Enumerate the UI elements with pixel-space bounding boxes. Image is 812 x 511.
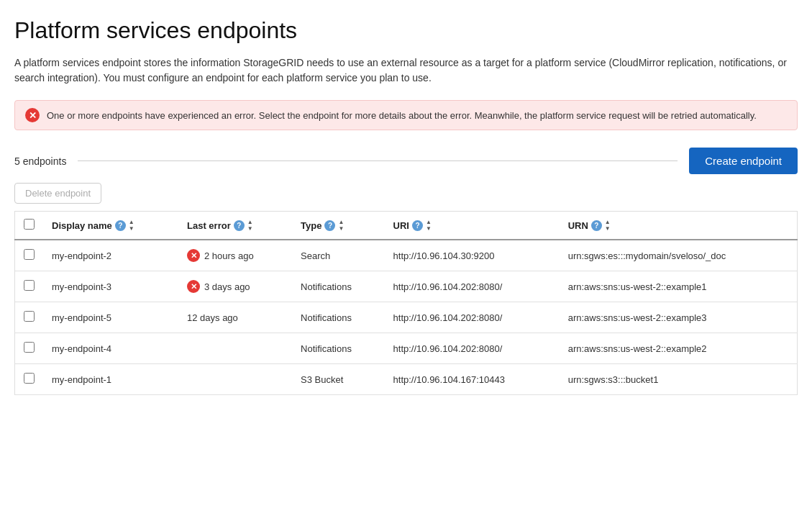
row-last-error: ✕2 hours ago bbox=[178, 240, 292, 271]
divider bbox=[78, 160, 678, 161]
endpoint-count: 5 endpoints bbox=[14, 155, 66, 167]
row-checkbox-cell[interactable] bbox=[15, 302, 44, 333]
svg-text:✕: ✕ bbox=[29, 110, 37, 121]
row-checkbox-cell[interactable] bbox=[15, 364, 44, 395]
col-display-name-label: Display name bbox=[52, 220, 112, 231]
row-last-error bbox=[178, 333, 292, 364]
col-last-error-label: Last error bbox=[187, 220, 231, 231]
row-type: Notifications bbox=[292, 302, 384, 333]
col-urn: URN ? ▲▼ bbox=[560, 212, 798, 240]
type-sort[interactable]: ▲▼ bbox=[338, 220, 344, 232]
row-checkbox-cell[interactable] bbox=[15, 333, 44, 364]
page-title: Platform services endpoints bbox=[14, 17, 798, 44]
select-all-checkbox[interactable] bbox=[24, 219, 35, 230]
col-uri: URI ? ▲▼ bbox=[385, 212, 560, 240]
last-error-text: 2 hours ago bbox=[204, 250, 254, 261]
endpoints-table: Display name ? ▲▼ Last error ? ▲▼ bbox=[14, 211, 798, 395]
toolbar: 5 endpoints Create endpoint bbox=[14, 148, 798, 174]
row-uri: http://10.96.104.30:9200 bbox=[385, 240, 560, 271]
delete-endpoint-button[interactable]: Delete endpoint bbox=[14, 183, 101, 204]
last-error-help-icon[interactable]: ? bbox=[234, 220, 245, 231]
last-error-text: 12 days ago bbox=[187, 312, 238, 323]
row-checkbox-cell[interactable] bbox=[15, 240, 44, 271]
col-last-error: Last error ? ▲▼ bbox=[178, 212, 292, 240]
row-urn: arn:aws:sns:us-west-2::example3 bbox=[560, 302, 798, 333]
row-urn: urn:sgws:es:::mydomain/sveloso/_doc bbox=[560, 240, 798, 271]
row-display-name: my-endpoint-3 bbox=[43, 271, 178, 302]
row-display-name: my-endpoint-5 bbox=[43, 302, 178, 333]
row-display-name: my-endpoint-1 bbox=[43, 364, 178, 395]
row-checkbox[interactable] bbox=[24, 280, 35, 291]
error-banner-text: One or more endpoints have experienced a… bbox=[47, 110, 757, 121]
error-icon: ✕ bbox=[25, 108, 40, 122]
select-all-cell[interactable] bbox=[15, 212, 44, 240]
row-checkbox[interactable] bbox=[24, 311, 35, 322]
display-name-sort[interactable]: ▲▼ bbox=[129, 220, 134, 232]
table-row[interactable]: my-endpoint-1S3 Buckethttp://10.96.104.1… bbox=[15, 364, 798, 395]
page-description: A platform services endpoint stores the … bbox=[14, 55, 798, 86]
row-type: S3 Bucket bbox=[292, 364, 384, 395]
last-error-sort[interactable]: ▲▼ bbox=[247, 220, 253, 232]
col-display-name: Display name ? ▲▼ bbox=[43, 212, 178, 240]
row-last-error bbox=[178, 364, 292, 395]
uri-sort[interactable]: ▲▼ bbox=[426, 220, 432, 232]
row-checkbox-cell[interactable] bbox=[15, 271, 44, 302]
row-type: Search bbox=[292, 240, 384, 271]
table-row[interactable]: my-endpoint-3✕3 days agoNotificationshtt… bbox=[15, 271, 798, 302]
row-urn: arn:aws:sns:us-west-2::example1 bbox=[560, 271, 798, 302]
table-row[interactable]: my-endpoint-512 days agoNotificationshtt… bbox=[15, 302, 798, 333]
error-circle-icon: ✕ bbox=[187, 249, 200, 262]
uri-help-icon[interactable]: ? bbox=[412, 220, 423, 231]
row-type: Notifications bbox=[292, 271, 384, 302]
row-type: Notifications bbox=[292, 333, 384, 364]
col-type-label: Type bbox=[301, 220, 321, 231]
row-uri: http://10.96.104.202:8080/ bbox=[385, 333, 560, 364]
row-checkbox[interactable] bbox=[24, 342, 35, 353]
type-help-icon[interactable]: ? bbox=[324, 220, 335, 231]
row-last-error: 12 days ago bbox=[178, 302, 292, 333]
row-uri: http://10.96.104.202:8080/ bbox=[385, 302, 560, 333]
table-row[interactable]: my-endpoint-2✕2 hours agoSearchhttp://10… bbox=[15, 240, 798, 271]
row-urn: arn:aws:sns:us-west-2::example2 bbox=[560, 333, 798, 364]
urn-sort[interactable]: ▲▼ bbox=[605, 220, 611, 232]
display-name-help-icon[interactable]: ? bbox=[115, 220, 126, 231]
row-last-error: ✕3 days ago bbox=[178, 271, 292, 302]
row-uri: http://10.96.104.167:10443 bbox=[385, 364, 560, 395]
row-uri: http://10.96.104.202:8080/ bbox=[385, 271, 560, 302]
row-display-name: my-endpoint-4 bbox=[43, 333, 178, 364]
error-banner: ✕ One or more endpoints have experienced… bbox=[14, 100, 798, 130]
row-urn: urn:sgws:s3:::bucket1 bbox=[560, 364, 798, 395]
table-header: Display name ? ▲▼ Last error ? ▲▼ bbox=[15, 212, 798, 240]
error-circle-icon: ✕ bbox=[187, 280, 200, 293]
last-error-text: 3 days ago bbox=[204, 281, 250, 292]
create-endpoint-button[interactable]: Create endpoint bbox=[689, 148, 798, 174]
table-body: my-endpoint-2✕2 hours agoSearchhttp://10… bbox=[15, 240, 798, 395]
row-display-name: my-endpoint-2 bbox=[43, 240, 178, 271]
row-checkbox[interactable] bbox=[24, 373, 35, 384]
col-uri-label: URI bbox=[393, 220, 409, 231]
table-row[interactable]: my-endpoint-4Notificationshttp://10.96.1… bbox=[15, 333, 798, 364]
urn-help-icon[interactable]: ? bbox=[591, 220, 602, 231]
row-checkbox[interactable] bbox=[24, 249, 35, 260]
col-type: Type ? ▲▼ bbox=[292, 212, 384, 240]
col-urn-label: URN bbox=[568, 220, 588, 231]
